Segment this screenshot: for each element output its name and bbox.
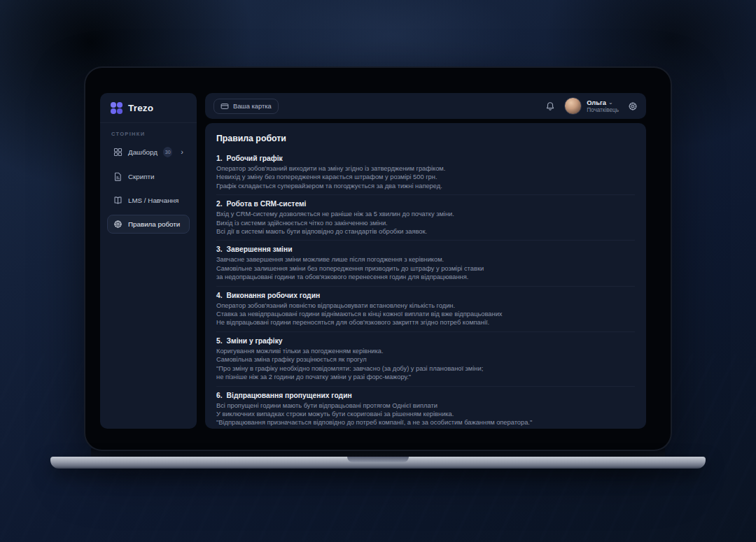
section-text-line: Оператор зобов'язаний виходити на зміну … — [216, 164, 635, 173]
credit-card-icon — [220, 102, 229, 110]
section-text-line: "Відпрацювання призначається відповідно … — [216, 418, 635, 427]
rules-list: 1.Робочий графікОператор зобов'язаний ви… — [216, 150, 635, 429]
bell-icon — [545, 101, 555, 111]
book-icon — [113, 196, 122, 205]
section-title: 3.Завершення зміни — [216, 245, 635, 254]
section-text-line: Самовільна зміна графіку розцінюється як… — [216, 355, 635, 364]
sidebar-item-scripts[interactable]: Скрипти — [107, 167, 190, 186]
section-text-line: не пізніше ніж за 2 години до початку зм… — [216, 373, 635, 381]
rules-section: 2.Робота в CRM-системіВхід у CRM-систему… — [216, 195, 635, 241]
your-card-button[interactable]: Ваша картка — [214, 99, 279, 114]
section-title: 1.Робочий графік — [216, 154, 635, 163]
sidebar: Trezo СТОРІНКИ Дашборд30›СкриптиLMS / На… — [100, 93, 197, 429]
chevron-right-icon: › — [181, 148, 183, 156]
brand-name: Trezo — [128, 103, 153, 113]
section-title: 4.Виконання робочих годин — [216, 291, 635, 300]
sidebar-item-dashboard[interactable]: Дашборд30› — [107, 142, 190, 162]
section-title: 2.Робота в CRM-системі — [216, 199, 635, 208]
laptop-base — [50, 457, 706, 469]
script-icon — [113, 172, 122, 181]
section-text-line: Всі пропущені години мають бути відпраць… — [216, 401, 635, 410]
section-text-line: Коригування можливі тільки за погодження… — [216, 347, 635, 355]
notifications-button[interactable] — [545, 101, 555, 111]
rules-section: 6.Відпрацювання пропущених годинВсі проп… — [216, 387, 635, 429]
settings-button[interactable] — [628, 101, 638, 111]
user-menu[interactable]: Ольга ⌄ Початківець — [564, 97, 619, 115]
section-text-line: Вхід у CRM-систему дозволяється не раніш… — [216, 210, 635, 218]
section-text-line: У виключних випадках строки можуть бути … — [216, 410, 635, 418]
section-text-line: Вихід із системи здійснюється чітко по з… — [216, 219, 635, 227]
section-text-line: "Про зміну в графіку необхідно повідомля… — [216, 364, 635, 373]
sidebar-nav: Дашборд30›СкриптиLMS / НавчанняПравила р… — [100, 142, 197, 234]
user-role: Початківець — [587, 107, 619, 113]
gear-icon — [113, 220, 122, 229]
section-text-line: Графік складається супервайзером та пого… — [216, 182, 635, 190]
brand-logo[interactable]: Trezo — [100, 93, 197, 122]
section-text-line: Не відпрацьовані години переносяться для… — [216, 318, 635, 327]
your-card-button-label: Ваша картка — [233, 103, 272, 110]
section-text-line: Невихід у зміну без попередження караєть… — [216, 173, 635, 181]
notification-badge: 30 — [163, 147, 172, 157]
dashboard-icon — [113, 148, 122, 157]
laptop-screen: Trezo СТОРІНКИ Дашборд30›СкриптиLMS / На… — [84, 66, 672, 451]
laptop-notch — [347, 457, 409, 462]
section-text-line: Ставка за невідпрацьовані години відніма… — [216, 310, 635, 318]
rules-section: 3.Завершення зміниЗавчасне завершення зм… — [216, 241, 635, 286]
sidebar-item-label: Правила роботи — [128, 220, 180, 228]
page-title: Правила роботи — [216, 132, 635, 150]
section-text-line: Завчасне завершення зміни можливе лише п… — [216, 255, 635, 264]
sidebar-section-label: СТОРІНКИ — [100, 123, 197, 142]
sidebar-item-rules[interactable]: Правила роботи — [107, 215, 190, 234]
sidebar-item-label: Дашборд — [128, 148, 158, 156]
section-title: 6.Відпрацювання пропущених годин — [216, 391, 635, 400]
topbar: Ваша картка Ольга ⌄ Початківець — [205, 93, 646, 119]
section-text-line: Оператор зобов'язаний повністю відпрацьо… — [216, 301, 635, 310]
rules-panel: Правила роботи 1.Робочий графікОператор … — [205, 123, 646, 429]
rules-section: 1.Робочий графікОператор зобов'язаний ви… — [216, 150, 635, 195]
chevron-down-icon: ⌄ — [608, 99, 613, 106]
sidebar-item-label: LMS / Навчання — [128, 197, 178, 204]
avatar — [564, 97, 582, 115]
sidebar-item-lms[interactable]: LMS / Навчання — [107, 191, 190, 210]
section-text-line: Всі дії в системі мають бути відповідно … — [216, 227, 635, 236]
user-name: Ольга — [587, 99, 606, 106]
trezo-logo-icon — [111, 102, 122, 114]
sidebar-item-label: Скрипти — [128, 173, 155, 180]
gear-icon — [628, 101, 638, 111]
section-text-line: Самовільне залишення зміни без попередже… — [216, 264, 635, 273]
rules-section: 5.Зміни у графікуКоригування можливі тіл… — [216, 332, 635, 387]
section-title: 5.Зміни у графіку — [216, 336, 635, 345]
section-text-line: за недопрацьовані години та обов'язковог… — [216, 273, 635, 281]
rules-section: 4.Виконання робочих годинОператор зобов'… — [216, 287, 635, 332]
